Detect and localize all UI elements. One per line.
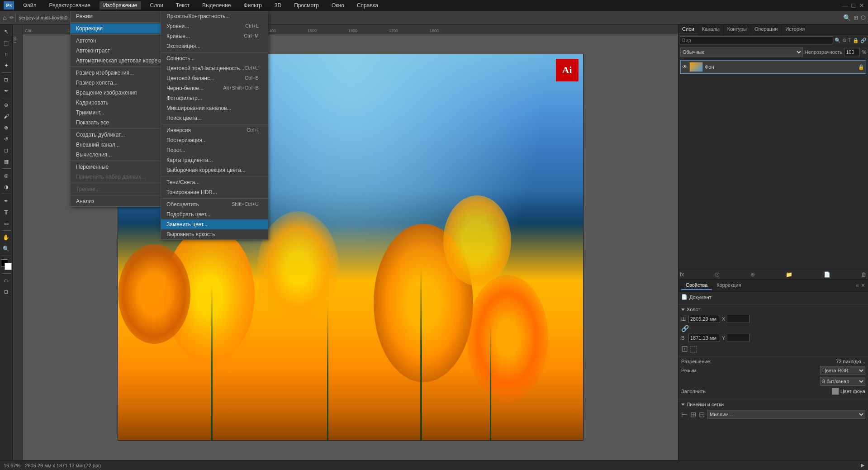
- workspace-icon[interactable]: ⊞: [854, 14, 858, 21]
- menu-image[interactable]: Изображение: [100, 1, 141, 9]
- submenu-replace-color[interactable]: Заменить цвет...: [161, 219, 268, 229]
- layer-add-icon[interactable]: T: [848, 38, 851, 43]
- minimize-btn[interactable]: —: [842, 2, 848, 9]
- tab-properties[interactable]: Свойства: [681, 281, 712, 290]
- history-brush-tool[interactable]: ↺: [1, 133, 12, 144]
- submenu-black-white[interactable]: Черно-белое...Alt+Shift+Ctrl+B: [161, 83, 268, 93]
- menu-select[interactable]: Выделение: [199, 1, 235, 9]
- move-tool[interactable]: ↖: [1, 26, 12, 37]
- menu-3d[interactable]: 3D: [271, 1, 285, 9]
- submenu-photo-filter[interactable]: Фотофильтр...: [161, 93, 268, 103]
- gradient-tool[interactable]: ▦: [1, 156, 12, 167]
- layer-row[interactable]: 👁 Фон 🔒: [680, 60, 866, 74]
- submenu-posterize[interactable]: Постеризация...: [161, 135, 268, 145]
- layer-fx-icon[interactable]: fx: [680, 271, 684, 278]
- submenu-hdr-toning[interactable]: Тонирование HDR...: [161, 187, 268, 197]
- layer-search-icon[interactable]: 🔍: [835, 38, 841, 43]
- menu-layers[interactable]: Слои: [147, 1, 167, 9]
- tab-correction[interactable]: Коррекция: [712, 281, 745, 290]
- depth-select[interactable]: 8 бит/канал: [820, 377, 865, 386]
- maximize-btn[interactable]: □: [852, 2, 855, 9]
- menu-edit[interactable]: Редактирование: [46, 1, 94, 9]
- layer-type-filter[interactable]: Обычные: [680, 47, 803, 57]
- link-proportions-icon[interactable]: 🔗: [681, 325, 687, 332]
- submenu-exposure[interactable]: Экспозиция...: [161, 41, 268, 51]
- magic-wand-tool[interactable]: ✦: [1, 60, 12, 71]
- zoom-level[interactable]: 16.67%: [4, 463, 20, 468]
- menu-view[interactable]: Просмотр: [290, 1, 323, 9]
- layer-new-icon[interactable]: 📄: [824, 271, 830, 278]
- layer-adj-icon[interactable]: ⊕: [750, 271, 755, 278]
- pen-tool[interactable]: ✒: [1, 195, 12, 206]
- eyedropper-tool[interactable]: ✒: [1, 85, 12, 96]
- layer-lock-icon[interactable]: 🔒: [853, 38, 859, 43]
- y-input[interactable]: [727, 334, 749, 342]
- shape-tool[interactable]: ▭: [1, 218, 12, 229]
- search-icon[interactable]: 🔍: [843, 14, 851, 21]
- brush-icon[interactable]: ✏: [9, 14, 14, 21]
- submenu-channel-mixer[interactable]: Микшировании каналов...: [161, 103, 268, 113]
- submenu-levels[interactable]: Уровни...Ctrl+L: [161, 21, 268, 31]
- layer-options-icon[interactable]: ⚙: [842, 38, 847, 43]
- width-input[interactable]: [688, 315, 720, 323]
- submenu-invert[interactable]: ИнверсияCtrl+I: [161, 125, 268, 135]
- submenu-curves[interactable]: Кривые...Ctrl+M: [161, 31, 268, 41]
- x-input[interactable]: [727, 315, 749, 323]
- unit-select[interactable]: Миллим...: [707, 410, 865, 419]
- home-icon[interactable]: ⌂: [3, 14, 6, 21]
- submenu-brightness[interactable]: Яркость/Контрастность...: [161, 11, 268, 21]
- screen-mode-icon[interactable]: ⊡: [1, 286, 12, 297]
- tab-paths[interactable]: Контуры: [724, 24, 751, 34]
- lasso-tool[interactable]: ⌗: [1, 49, 12, 60]
- layer-eye-icon[interactable]: 👁: [682, 64, 688, 70]
- submenu-color-lookup[interactable]: Поиск цвета...: [161, 113, 268, 123]
- grid-icon[interactable]: ⊞: [690, 410, 696, 419]
- submenu-color-balance[interactable]: Цветовой баланс...Ctrl+B: [161, 73, 268, 83]
- expand-icon[interactable]: ⬡: [861, 14, 865, 21]
- tab-operations[interactable]: Операции: [751, 24, 782, 34]
- close-btn[interactable]: ✕: [859, 2, 864, 9]
- canvas-expand-icon[interactable]: ⬚: [690, 344, 697, 354]
- menu-help[interactable]: Справка: [353, 1, 382, 9]
- submenu-equalize[interactable]: Выровнять яркость: [161, 229, 268, 239]
- layer-link-icon[interactable]: 🔗: [860, 38, 867, 43]
- blur-tool[interactable]: ◎: [1, 170, 12, 181]
- tab-channels[interactable]: Каналы: [698, 24, 724, 34]
- menu-filter[interactable]: Фильтр: [240, 1, 266, 9]
- heal-tool[interactable]: ⊕: [1, 100, 12, 110]
- ruler-icon[interactable]: ⊢: [681, 410, 688, 419]
- submenu-vibrance[interactable]: Сочность...: [161, 53, 268, 63]
- grid2-icon[interactable]: ⊟: [699, 410, 705, 419]
- eraser-tool[interactable]: ◻: [1, 145, 12, 156]
- submenu-hue-sat[interactable]: Цветовой тон/Насыщенность...Ctrl+U: [161, 63, 268, 73]
- hand-tool[interactable]: ✋: [1, 232, 12, 243]
- text-tool[interactable]: T: [1, 207, 12, 218]
- zoom-tool[interactable]: 🔍: [1, 243, 12, 254]
- submenu-desaturate[interactable]: ОбесцветитьShift+Ctrl+U: [161, 199, 268, 209]
- canvas-fit-icon[interactable]: ⊡: [681, 344, 688, 354]
- layer-search-input[interactable]: [680, 36, 833, 44]
- tab-layers[interactable]: Слои: [678, 24, 698, 34]
- panel-close-icon[interactable]: ✕: [861, 282, 865, 289]
- layer-mask-icon[interactable]: ⊡: [715, 271, 720, 278]
- quick-mask-icon[interactable]: ⬭: [1, 275, 12, 286]
- submenu-selective-color[interactable]: Выборочная коррекция цвета...: [161, 165, 268, 175]
- submenu-match-color[interactable]: Подобрать цвет...: [161, 209, 268, 219]
- selection-tool[interactable]: ⬚: [1, 38, 12, 48]
- height-input[interactable]: [688, 334, 720, 342]
- menu-text[interactable]: Текст: [172, 1, 193, 9]
- crop-tool[interactable]: ⊡: [1, 74, 12, 85]
- menu-file[interactable]: Файл: [19, 1, 40, 9]
- clone-tool[interactable]: ⊗: [1, 122, 12, 133]
- submenu-gradient-map[interactable]: Карта градиента...: [161, 155, 268, 165]
- mode-select[interactable]: Цвета RGB: [820, 366, 865, 375]
- fill-color-swatch[interactable]: [832, 388, 839, 395]
- tab-history[interactable]: История: [782, 24, 808, 34]
- layer-delete-icon[interactable]: 🗑: [861, 271, 867, 278]
- menu-window[interactable]: Окно: [328, 1, 348, 9]
- layer-opacity-input[interactable]: [844, 48, 860, 56]
- dodge-tool[interactable]: ◑: [1, 181, 12, 192]
- panel-collapse-icon[interactable]: «: [856, 282, 859, 289]
- background-color[interactable]: [5, 263, 12, 270]
- layer-group-icon[interactable]: 📁: [786, 271, 792, 278]
